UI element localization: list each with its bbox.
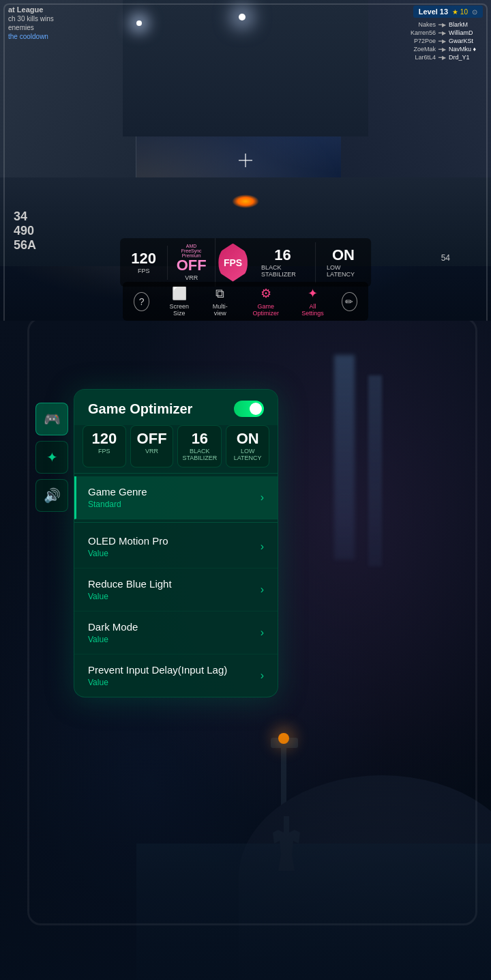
menu-bar: ? ⬜ Screen Size ⧉ Multi-view ⚙ Game Opti… bbox=[123, 282, 368, 321]
bs-label: Black Stabilizer bbox=[261, 264, 304, 278]
bottom-game-section: 🎮 ✦ 🔊 Game Optimizer 120 FPS OFF VRR bbox=[0, 321, 491, 980]
vrr-stat: AMDFreeSyncPremium OFF VRR bbox=[168, 238, 215, 287]
all-settings-menu-item[interactable]: ✦ All Settings bbox=[300, 286, 325, 317]
sound-icon: 🔊 bbox=[44, 487, 61, 504]
player-gun-icon: ━▶ bbox=[438, 46, 446, 53]
chevron-right-icon: › bbox=[261, 626, 264, 639]
freesync-label: AMDFreeSyncPremium bbox=[181, 244, 202, 258]
menu-item-dark-mode[interactable]: Dark Mode Value › bbox=[74, 611, 278, 654]
edit-button[interactable]: ✏ bbox=[342, 292, 357, 311]
fps-value: 120 bbox=[131, 251, 156, 266]
menu-item-input-lag[interactable]: Prevent Input Delay(Input Lag) Value › bbox=[74, 654, 278, 697]
panel-title: Game Optimizer bbox=[88, 401, 192, 417]
crosshair bbox=[239, 154, 252, 167]
hud-league-text: at League bbox=[8, 5, 54, 14]
panel-toggle[interactable] bbox=[234, 401, 264, 417]
hud-stars: ★ 10 bbox=[452, 8, 468, 16]
panel-vrr-stat: OFF VRR bbox=[130, 425, 174, 467]
stats-bar: 120 FPS AMDFreeSyncPremium OFF VRR FPS 1… bbox=[120, 238, 371, 287]
panel-stats-row: 120 FPS OFF VRR 16 Black Stabilizer ON L… bbox=[83, 425, 269, 467]
panel-bs-label: Black Stabilizer bbox=[182, 448, 217, 461]
menu-item-input-lag-value: Value bbox=[88, 678, 227, 687]
player-list: Nakes ━▶ BlarkM Karren56 ━▶ WilliamD P72… bbox=[408, 21, 483, 61]
optimizer-panel: Game Optimizer 120 FPS OFF VRR 16 Black … bbox=[74, 389, 278, 697]
panel-bs-stat: 16 Black Stabilizer bbox=[177, 425, 222, 467]
player-row: P72Poe ━▶ GwarKSt bbox=[408, 38, 483, 44]
sidebar-sound-icon[interactable]: 🔊 bbox=[35, 479, 68, 512]
player-row: ZoeMak ━▶ NavMku ♦ bbox=[408, 46, 483, 53]
hud-shield-icon: ⊙ bbox=[472, 8, 477, 16]
hud-enemies-text: enemies bbox=[8, 24, 54, 31]
optimizer-icon: ⚙ bbox=[261, 286, 271, 301]
panel-vrr-value: OFF bbox=[135, 431, 169, 446]
latency-value: ON bbox=[332, 248, 355, 263]
multiview-menu-item[interactable]: ⧉ Multi-view bbox=[209, 287, 232, 317]
menu-item-dark-mode-title: Dark Mode bbox=[88, 621, 138, 633]
panel-divider-2 bbox=[74, 522, 278, 523]
menu-item-game-genre[interactable]: Game Genre Standard › bbox=[74, 476, 278, 519]
player-name-left: Nakes bbox=[408, 21, 436, 28]
player-name-left: Lar6tL4 bbox=[408, 54, 436, 61]
help-icon: ? bbox=[139, 296, 145, 307]
hud-top-left: at League ch 30 kills wins enemies the c… bbox=[8, 5, 54, 40]
player-name-right: WilliamD bbox=[449, 29, 483, 36]
sidebar-gamepad-icon[interactable]: 🎮 bbox=[35, 403, 68, 435]
menu-item-oled-motion-title: OLED Motion Pro bbox=[88, 535, 168, 547]
player-name-left: ZoeMak bbox=[408, 46, 436, 53]
player-gun-icon: ━▶ bbox=[438, 38, 446, 44]
waterfall-1 bbox=[334, 355, 355, 560]
menu-item-game-genre-value: Standard bbox=[88, 500, 147, 509]
player-gun-icon: ━▶ bbox=[438, 22, 446, 28]
bg-gradient-overlay bbox=[0, 707, 491, 980]
sidebar-icons: 🎮 ✦ 🔊 bbox=[35, 403, 68, 512]
menu-item-dark-mode-left: Dark Mode Value bbox=[88, 621, 138, 644]
player-row: Nakes ━▶ BlarkM bbox=[408, 21, 483, 28]
player-name-right: BlarkM bbox=[449, 21, 483, 28]
vrr-label: VRR bbox=[185, 274, 198, 281]
hud-overlay: at League ch 30 kills wins enemies the c… bbox=[0, 0, 491, 66]
top-game-section: at League ch 30 kills wins enemies the c… bbox=[0, 0, 491, 321]
menu-item-dark-mode-value: Value bbox=[88, 635, 138, 644]
screen-size-icon: ⬜ bbox=[172, 286, 187, 301]
optimizer-label: Game Optimizer bbox=[248, 303, 284, 317]
fps-stat: 120 FPS bbox=[120, 246, 168, 280]
gamepad-icon: 🎮 bbox=[44, 411, 61, 427]
game-optimizer-menu-item[interactable]: ⚙ Game Optimizer bbox=[248, 286, 284, 317]
panel-fps-label: FPS bbox=[87, 448, 121, 455]
help-button[interactable]: ? bbox=[134, 292, 149, 311]
fps-mode-badge: FPS bbox=[218, 244, 248, 282]
latency-stat: ON Low Latency bbox=[316, 242, 371, 283]
chevron-right-icon: › bbox=[261, 491, 264, 504]
menu-item-oled-motion[interactable]: OLED Motion Pro Value › bbox=[74, 525, 278, 568]
player-name-left: Karren56 bbox=[408, 29, 436, 36]
menu-item-input-lag-title: Prevent Input Delay(Input Lag) bbox=[88, 664, 227, 676]
menu-item-reduce-blue-light-title: Reduce Blue Light bbox=[88, 578, 172, 590]
panel-fps-value: 120 bbox=[87, 431, 121, 446]
hud-cooldown-text: the cooldown bbox=[8, 33, 54, 40]
score-indicator: 54 bbox=[441, 253, 450, 263]
chevron-right-icon: › bbox=[261, 583, 264, 596]
chevron-right-icon: › bbox=[261, 541, 264, 553]
menu-item-game-genre-left: Game Genre Standard bbox=[88, 486, 147, 509]
menu-item-oled-motion-value: Value bbox=[88, 549, 168, 558]
panel-fps-stat: 120 FPS bbox=[83, 425, 126, 467]
menu-item-reduce-blue-light-left: Reduce Blue Light Value bbox=[88, 578, 172, 601]
fps-label: FPS bbox=[138, 268, 150, 274]
bs-value: 16 bbox=[274, 248, 291, 263]
player-name-right: GwarKSt bbox=[449, 38, 483, 44]
kill-feed: 34 490 56A bbox=[14, 210, 36, 253]
panel-bs-value: 16 bbox=[182, 431, 217, 446]
screen-size-menu-item[interactable]: ⬜ Screen Size bbox=[166, 286, 192, 317]
edit-icon: ✏ bbox=[345, 296, 353, 307]
player-name-right: Drd_Y1 bbox=[449, 54, 483, 61]
menu-item-input-lag-left: Prevent Input Delay(Input Lag) Value bbox=[88, 664, 227, 687]
menu-item-reduce-blue-light[interactable]: Reduce Blue Light Value › bbox=[74, 568, 278, 611]
all-settings-label: All Settings bbox=[300, 303, 325, 317]
panel-divider bbox=[74, 473, 278, 474]
panel-latency-value: ON bbox=[230, 431, 265, 446]
menu-item-game-genre-title: Game Genre bbox=[88, 486, 147, 498]
sidebar-settings-icon[interactable]: ✦ bbox=[35, 441, 68, 474]
multiview-icon: ⧉ bbox=[215, 287, 224, 301]
kill-score: 34 490 56A bbox=[14, 210, 36, 253]
vrr-value: OFF bbox=[177, 258, 207, 273]
